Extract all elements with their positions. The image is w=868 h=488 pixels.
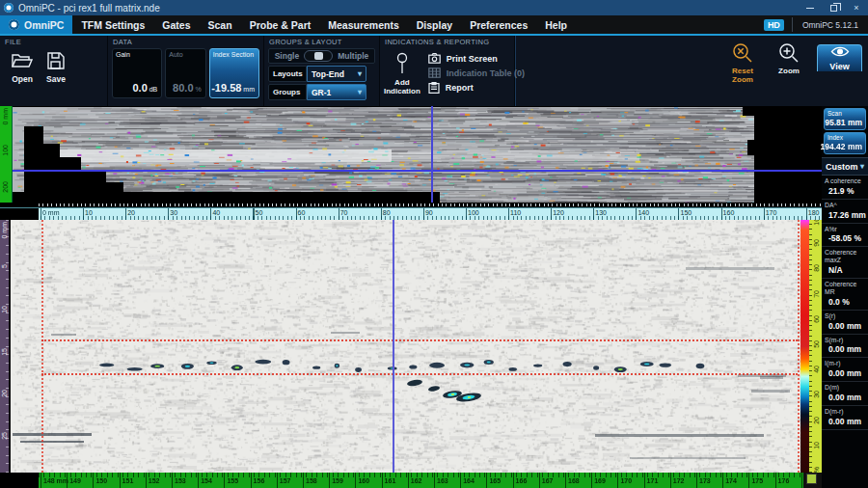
index-value: 194.42 mm: [821, 142, 862, 151]
close-icon: ×: [854, 3, 858, 13]
index-label: Index: [825, 133, 865, 142]
view-tab[interactable]: View: [817, 44, 862, 71]
print-screen-label: Print Screen: [447, 54, 498, 64]
ruler-label: 153: [172, 477, 186, 484]
ruler-label: 162: [408, 477, 422, 484]
menu-item-measurements[interactable]: Measurements: [319, 15, 408, 34]
ruler-label: 174: [722, 477, 737, 484]
single-label[interactable]: Single: [275, 51, 300, 61]
minimize-button[interactable]: [799, 0, 822, 15]
menu-item-gates[interactable]: Gates: [153, 15, 199, 34]
ruler-label: 163: [434, 477, 448, 484]
save-button[interactable]: Save: [46, 51, 66, 84]
indication-table-button[interactable]: Indication Table (0): [428, 66, 525, 80]
field-gain[interactable]: Gain0.0 dB: [112, 48, 162, 98]
field-auto[interactable]: Auto80.0 %: [165, 48, 205, 98]
top-scan-view[interactable]: 0 mm100200: [0, 106, 822, 203]
layouts-label: Layouts: [268, 66, 307, 82]
ruler-label: 158: [303, 477, 317, 484]
menu-item-preferences[interactable]: Preferences: [461, 15, 536, 34]
zoom-button[interactable]: Zoom: [771, 41, 807, 75]
top-view-canvas[interactable]: [13, 107, 822, 203]
close-button[interactable]: ×: [845, 0, 868, 15]
report-button[interactable]: Report: [428, 80, 525, 95]
ruler-label: 155: [224, 477, 238, 484]
indication-table-label: Indication Table (0): [447, 68, 525, 78]
groups-layout-header: GROUPS & LAYOUT: [269, 38, 375, 46]
print-screen-button[interactable]: Print Screen: [428, 51, 525, 66]
amplitude-palette-bar: [800, 220, 809, 473]
ruler-label: 140: [636, 209, 649, 216]
readings-preset-dropdown[interactable]: Custom ▾: [822, 157, 868, 176]
reset-zoom-icon: [731, 41, 754, 65]
ruler-label: 175: [748, 477, 763, 484]
camera-icon: [428, 53, 441, 64]
reading-i-m-r-: I(m-r)0.00 mm: [822, 358, 868, 382]
minimize-icon: [806, 8, 814, 9]
ruler-label: 25: [1, 432, 8, 440]
reading-s-r-: S(r)0.00 mm: [822, 311, 868, 335]
depth-ruler: 0 mm510152025: [0, 220, 11, 473]
toolbar: FILE Open Save DATA Gain0.0 dBAuto80.0 %…: [0, 36, 868, 106]
ruler-label: 164: [460, 477, 475, 484]
ruler-label: 169: [591, 477, 606, 484]
amp-ruler: 1009080706050403020100 %: [809, 220, 822, 473]
menu-item-help[interactable]: Help: [536, 15, 576, 34]
zone-boundary-right[interactable]: [798, 220, 800, 473]
ruler-label: 20: [1, 390, 8, 397]
ruler-label: 200: [2, 181, 9, 193]
menu-bar: OmniPCTFM SettingsGatesScanProbe & PartM…: [0, 15, 868, 34]
add-indication-button[interactable]: Add Indication: [384, 49, 420, 96]
scan-position-box[interactable]: Scan 95.81 mm: [824, 108, 866, 130]
ruler-label: 20: [813, 417, 820, 424]
clipboard-icon: [428, 82, 440, 94]
menu-item-omnipc[interactable]: OmniPC: [0, 15, 72, 34]
ruler-corner: [0, 473, 39, 488]
ruler-label: 170: [617, 477, 632, 484]
groups-dropdown[interactable]: GR-1 ▾: [307, 84, 366, 100]
top-view-horizontal-cursor[interactable]: [13, 170, 822, 172]
menu-item-display[interactable]: Display: [408, 15, 461, 34]
chevron-down-icon: ▾: [358, 69, 362, 78]
zoom-icon: [777, 41, 800, 65]
reading-d-m-: D(m)0.00 mm: [822, 382, 868, 406]
ruler-label: 90: [423, 209, 433, 216]
ruler-label: 151: [120, 477, 134, 484]
bottom-view-vertical-cursor[interactable]: [393, 220, 394, 473]
menu-item-probe-part[interactable]: Probe & Part: [241, 15, 320, 34]
bottom-scan-view[interactable]: 0 mm510152025 1009080706050403020100 %: [0, 220, 822, 473]
ruler-label: 159: [329, 477, 343, 484]
save-label: Save: [46, 74, 66, 84]
chevron-down-icon: ▾: [358, 88, 362, 96]
ruler-label: 100: [2, 145, 9, 156]
menu-item-scan[interactable]: Scan: [200, 15, 241, 34]
reset-zoom-button[interactable]: Reset Zoom: [724, 41, 761, 84]
data-section-header: DATA: [113, 38, 259, 46]
bottom-view-canvas[interactable]: [13, 220, 800, 473]
gate-line-b[interactable]: [41, 373, 798, 375]
ruler-label: 160: [721, 209, 735, 216]
ruler-label: 170: [764, 209, 777, 216]
ruler-label: 70: [813, 290, 820, 298]
ruler-label: 165: [486, 477, 501, 484]
save-icon: [46, 51, 66, 70]
ruler-label: 0 mm: [41, 209, 60, 216]
gate-line-a[interactable]: [41, 339, 798, 341]
ruler-label: 166: [513, 477, 528, 484]
groups-label: Groups: [268, 84, 307, 100]
index-position-box[interactable]: Index 194.42 mm: [824, 132, 866, 154]
ruler-label: 149: [67, 477, 81, 484]
menu-item-tfm-settings[interactable]: TFM Settings: [72, 15, 153, 34]
single-multiple-toggle[interactable]: [304, 50, 333, 62]
top-view-vertical-cursor[interactable]: [431, 106, 433, 203]
zone-boundary-left[interactable]: [41, 220, 43, 473]
multiple-label[interactable]: Multiple: [338, 51, 368, 61]
hd-badge[interactable]: HD: [764, 19, 784, 31]
field-index-section[interactable]: Index Section-19.58 mm: [209, 48, 259, 98]
ruler-label: 60: [296, 209, 306, 216]
app-logo-icon: [4, 3, 14, 13]
layouts-dropdown[interactable]: Top-End ▾: [307, 66, 366, 82]
open-button[interactable]: Open: [12, 51, 33, 84]
ruler-label: 171: [644, 477, 659, 484]
restore-button[interactable]: [822, 0, 845, 15]
